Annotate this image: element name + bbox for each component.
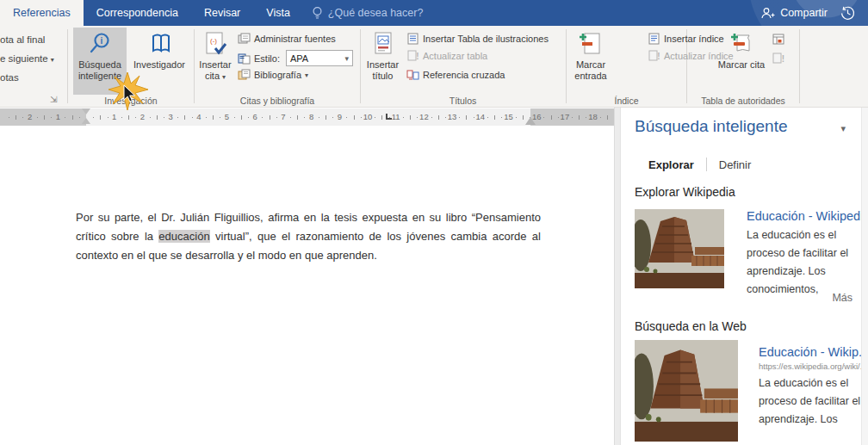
result-snippet: La educación es el proceso de facilitar … <box>747 226 868 299</box>
pane-divider[interactable] <box>614 108 621 445</box>
pane-tabs: Explorar Definir <box>648 158 751 171</box>
hanging-indent-marker[interactable] <box>82 118 90 124</box>
group-separator <box>194 29 195 103</box>
ruler-tick <box>128 115 129 120</box>
ruler-tick <box>157 115 158 120</box>
result-card-web[interactable]: Educación - Wikip... https://es.wikipedi… <box>635 340 853 442</box>
tab-explorar[interactable]: Explorar <box>648 158 694 171</box>
ruler-tick <box>184 115 185 120</box>
smart-lookup-button[interactable]: i Búsqueda inteligente <box>73 28 127 95</box>
button-label: Bibliografía <box>254 70 301 80</box>
researcher-button[interactable]: Investigador <box>127 28 191 95</box>
result-url: https://es.wikipedia.org/wiki/... <box>759 362 868 371</box>
share-label: Compartir <box>780 7 828 19</box>
ribbon-tab-bar: Referencias Correspondencia Revisar Vist… <box>0 0 868 26</box>
ruler-tick <box>220 117 220 118</box>
ruler-tick <box>79 117 80 118</box>
mark-entry-button[interactable]: Marcar entrada <box>567 28 614 95</box>
button-label: Búsqueda inteligente <box>73 59 127 82</box>
ruler-tick <box>150 117 151 118</box>
chevron-down-icon: ▾ <box>344 54 349 63</box>
paragraph[interactable]: Por su parte, el Dr. Julián Fliguillios,… <box>76 208 541 265</box>
svg-text:!: ! <box>782 54 784 64</box>
share-person-icon <box>760 7 775 20</box>
smart-lookup-icon: i <box>87 31 113 57</box>
ruler-tick <box>346 117 347 118</box>
dialog-launcher-icon[interactable]: ⇲ <box>50 95 57 104</box>
ruler-number: 8 <box>309 112 313 121</box>
ruler-tick <box>16 115 16 120</box>
tab-stop-marker[interactable] <box>386 114 392 120</box>
insert-caption-button[interactable]: Insertar título <box>363 28 403 95</box>
result-card-wikipedia[interactable]: Educación - Wikipedi... La educación es … <box>635 209 853 288</box>
tab-correspondencia[interactable]: Correspondencia <box>84 0 191 26</box>
bibliography-button[interactable]: Bibliografía ▾ <box>238 69 308 81</box>
horizontal-ruler[interactable]: 12345678910111213141516171812 <box>0 108 615 126</box>
ruler-tick <box>22 117 23 118</box>
manage-sources-button[interactable]: Administrar fuentes <box>238 33 336 45</box>
insert-citation-button[interactable]: (-) Insertar cita ▾ <box>196 28 234 95</box>
more-link[interactable]: Más <box>832 292 852 304</box>
share-button[interactable]: Compartir <box>760 7 828 20</box>
ruler-number: 4 <box>196 112 201 121</box>
tab-referencias[interactable]: Referencias <box>0 0 84 26</box>
ruler-tick <box>234 117 235 118</box>
ruler-number: 1 <box>56 112 60 121</box>
ruler-tick <box>213 115 214 120</box>
pane-menu-arrow-icon[interactable]: ▾ <box>840 123 846 134</box>
style-combobox[interactable]: APA▾ <box>286 50 353 66</box>
history-icon[interactable] <box>840 5 856 22</box>
cross-reference-button[interactable]: Referencia cruzada <box>406 69 505 81</box>
insert-index-button[interactable]: Insertar índice <box>648 33 724 45</box>
ruler-tick <box>241 115 242 120</box>
tab-definir[interactable]: Definir <box>719 158 752 171</box>
ruler-tick <box>206 117 207 118</box>
right-indent-marker[interactable] <box>525 117 536 125</box>
ruler-tick <box>276 117 277 118</box>
insert-table-figures-button[interactable]: Insertar Tabla de ilustraciones <box>406 33 549 45</box>
button-label: otas <box>0 72 19 83</box>
lightbulb-icon <box>312 6 323 20</box>
mark-citation-button[interactable]: Marcar cita <box>717 28 766 95</box>
result-card-text: Educación - Wikipedi... La educación es … <box>747 209 868 288</box>
group-separator <box>566 29 567 103</box>
ruler-tick <box>164 117 164 118</box>
tell-me-label: ¿Qué desea hacer? <box>328 7 424 19</box>
button-label: Investigador <box>133 59 185 71</box>
tab-vista[interactable]: Vista <box>253 0 303 26</box>
group-label-titulos: Títulos <box>363 96 563 108</box>
ruler-tick <box>501 117 502 118</box>
update-table-icon: ! <box>406 50 419 62</box>
document-canvas[interactable]: Por su parte, el Dr. Julián Fliguillios,… <box>0 126 614 445</box>
next-footnote-button[interactable]: e siguiente ▾ <box>0 53 54 64</box>
ruler-tick <box>262 117 263 118</box>
update-table-button[interactable]: ! Actualizar tabla <box>406 50 487 62</box>
ruler-number: 1 <box>112 112 116 121</box>
ruler-number: 5 <box>225 112 229 121</box>
result-link[interactable]: Educación - Wikipedi... <box>747 209 868 223</box>
result-link[interactable]: Educación - Wikip... <box>759 345 868 359</box>
mark-citation-icon <box>728 31 754 57</box>
insert-caption-icon <box>371 31 395 57</box>
button-label: Insertar título <box>363 59 403 82</box>
ruler-number: 17 <box>561 112 570 121</box>
insert-toa-button[interactable] <box>772 33 785 46</box>
section-header-wikipedia: Explorar Wikipedia <box>635 185 735 199</box>
show-notes-button[interactable]: otas <box>0 72 19 83</box>
ruler-tick <box>290 117 291 118</box>
ruler-number: 15 <box>504 112 513 121</box>
style-label: Estilo: <box>254 53 280 64</box>
insert-endnote-button[interactable]: ota al final <box>0 34 45 45</box>
manage-sources-icon <box>238 33 251 45</box>
ruler-tick <box>523 115 524 120</box>
tab-revisar[interactable]: Revisar <box>191 0 253 26</box>
highlighted-word[interactable]: educación <box>158 230 209 243</box>
pane-title: Búsqueda inteligente <box>635 117 787 136</box>
first-line-indent-marker[interactable] <box>82 108 90 114</box>
pane-scrollbar[interactable] <box>861 108 868 445</box>
ruler-tick <box>297 115 298 120</box>
ruler-number: 2 <box>28 112 32 121</box>
update-toa-button[interactable]: ! <box>772 52 785 65</box>
researcher-icon <box>146 31 172 57</box>
tell-me-box[interactable]: ¿Qué desea hacer? <box>303 0 432 26</box>
